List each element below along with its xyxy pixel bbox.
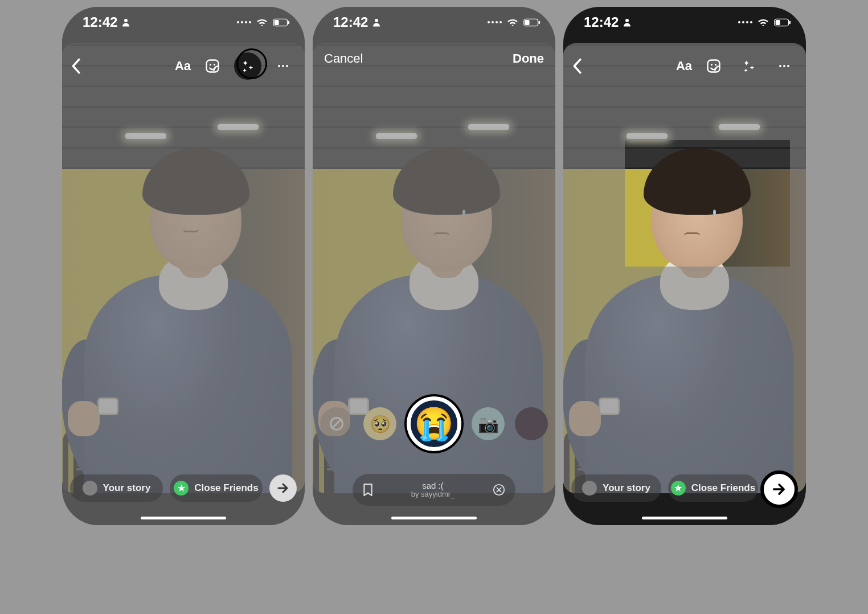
- filter-reel[interactable]: 🥺 😭 📷: [313, 396, 555, 451]
- home-indicator: [642, 517, 727, 519]
- photo-preview: [563, 43, 806, 493]
- svg-rect-13: [538, 21, 540, 23]
- filter-name-pill: sad :( by sayyidmr_: [353, 474, 515, 506]
- filter-pleading-face[interactable]: 🥺: [363, 407, 396, 440]
- close-friends-label: Close Friends: [691, 482, 755, 494]
- cellular-dots-icon: [738, 21, 752, 23]
- share-bar: Your story ★ Close Friends: [70, 470, 297, 506]
- filter-crying-face[interactable]: 😭: [407, 396, 461, 451]
- clear-filter-icon[interactable]: [493, 484, 505, 496]
- svg-rect-3: [288, 21, 289, 23]
- svg-point-10: [375, 19, 378, 22]
- battery-icon: [523, 18, 541, 27]
- your-story-button[interactable]: Your story: [70, 474, 163, 502]
- home-indicator: [141, 517, 226, 519]
- svg-line-15: [333, 420, 341, 428]
- status-bar: 12:42: [563, 7, 806, 38]
- photo-preview: [62, 43, 305, 493]
- svg-rect-12: [525, 20, 530, 25]
- battery-icon: [774, 18, 791, 27]
- screenshot-2: 12:42 Cancel Done 🥺 😭 📷: [313, 7, 555, 525]
- star-icon: ★: [174, 481, 189, 496]
- wifi-icon: [256, 18, 268, 27]
- your-story-button[interactable]: Your story: [571, 474, 661, 502]
- home-indicator: [391, 517, 477, 519]
- svg-point-23: [715, 64, 716, 66]
- svg-point-24: [779, 65, 781, 67]
- svg-point-8: [282, 65, 284, 67]
- text-tool-button[interactable]: Aa: [175, 59, 191, 73]
- star-icon: ★: [671, 481, 686, 496]
- svg-point-7: [278, 65, 280, 67]
- effects-button[interactable]: [234, 52, 261, 80]
- your-story-label: Your story: [103, 482, 151, 494]
- filter-name-text: sad :(: [411, 481, 455, 490]
- status-bar: 12:42: [62, 7, 305, 38]
- svg-point-22: [711, 64, 713, 66]
- svg-rect-20: [789, 21, 791, 23]
- svg-point-17: [625, 19, 629, 22]
- clock-time: 12:42: [83, 14, 117, 30]
- your-story-label: Your story: [603, 482, 650, 494]
- filter-author: sayyidmr_: [421, 490, 455, 498]
- screenshot-3: 12:42 Aa: [563, 7, 806, 525]
- close-friends-label: Close Friends: [194, 482, 258, 494]
- cancel-button[interactable]: Cancel: [324, 51, 363, 66]
- close-friends-button[interactable]: ★ Close Friends: [668, 474, 758, 502]
- send-button[interactable]: [269, 474, 297, 502]
- cellular-dots-icon: [237, 21, 251, 23]
- back-button[interactable]: [70, 58, 81, 74]
- filter-none[interactable]: [320, 407, 353, 440]
- editor-toolbar: Aa: [571, 50, 798, 82]
- person-badge-icon: [121, 17, 131, 27]
- clock-time: 12:42: [333, 14, 368, 30]
- svg-rect-2: [275, 20, 279, 25]
- avatar-icon: [83, 481, 97, 496]
- filter-film-camera[interactable]: 📷: [472, 407, 505, 440]
- svg-point-5: [210, 64, 211, 66]
- svg-rect-19: [776, 20, 780, 25]
- wifi-icon: [506, 18, 519, 27]
- share-bar: Your story ★ Close Friends: [571, 470, 758, 506]
- battery-icon: [273, 18, 290, 27]
- clock-time: 12:42: [584, 14, 619, 30]
- svg-point-25: [783, 65, 785, 67]
- sticker-button[interactable]: [199, 52, 226, 80]
- filter-gallery[interactable]: [515, 407, 548, 440]
- ceiling-light-icon: [125, 133, 166, 139]
- back-button[interactable]: [571, 58, 583, 74]
- done-button[interactable]: Done: [513, 51, 544, 66]
- bookmark-icon[interactable]: [363, 484, 373, 496]
- cellular-dots-icon: [488, 21, 502, 23]
- ceiling-light-icon: [218, 124, 259, 130]
- send-button[interactable]: [760, 470, 798, 508]
- text-tool-button[interactable]: Aa: [676, 59, 692, 73]
- close-friends-button[interactable]: ★ Close Friends: [170, 474, 263, 502]
- screenshot-1: 12:42 Aa: [62, 7, 305, 525]
- svg-point-9: [286, 65, 288, 67]
- status-bar: 12:42: [313, 7, 555, 38]
- effects-button[interactable]: [735, 52, 763, 80]
- wifi-icon: [757, 18, 769, 27]
- svg-point-26: [787, 65, 789, 67]
- more-button[interactable]: [269, 52, 297, 80]
- more-button[interactable]: [771, 52, 798, 80]
- person-badge-icon: [622, 17, 632, 27]
- editor-toolbar: Aa: [70, 50, 297, 82]
- svg-point-0: [124, 19, 128, 22]
- svg-point-6: [214, 64, 215, 66]
- avatar-icon: [582, 481, 597, 496]
- sticker-button[interactable]: [700, 52, 727, 80]
- person-badge-icon: [371, 17, 382, 27]
